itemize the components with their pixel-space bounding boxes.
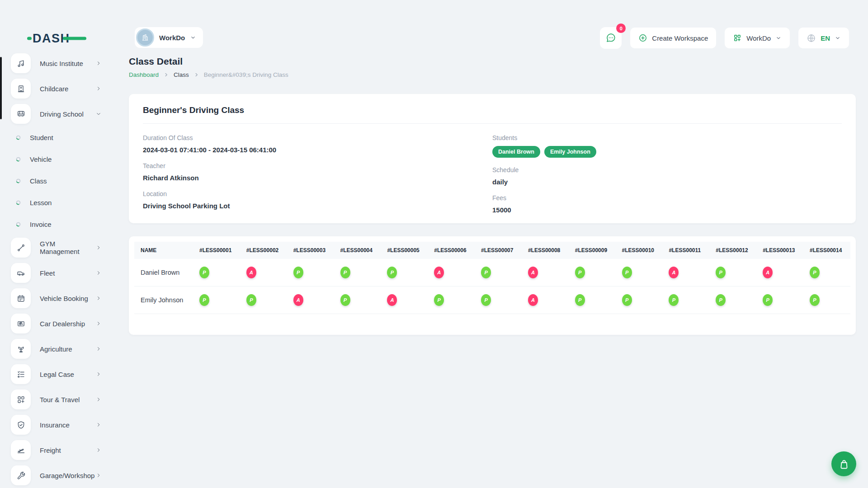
attendance-cell: P	[334, 286, 381, 314]
sidebar-item-label: Agriculture	[40, 345, 95, 353]
column-header-less00008: #LESS00008	[522, 242, 569, 259]
field-label: Location	[143, 190, 492, 197]
progress-ring-icon	[15, 221, 21, 227]
attendance-cell: A	[522, 259, 569, 286]
student-name-cell: Daniel Brown	[134, 259, 193, 286]
breadcrumb-item-beginner-039-s-driving-class: Beginner&#039;s Driving Class	[204, 71, 288, 78]
table-header: NAME#LESS00001#LESS00002#LESS00003#LESS0…	[134, 242, 850, 259]
messages-button[interactable]: 0	[600, 27, 622, 49]
fields-column-right: StudentsDaniel BrownEmily JohnsonSchedul…	[492, 134, 842, 222]
workdo-menu-button[interactable]: WorkDo	[725, 28, 790, 48]
sidebar-item-fleet[interactable]: Fleet	[0, 260, 115, 286]
brand-logo[interactable]: DASH	[27, 32, 87, 47]
attendance-cell: P	[381, 259, 428, 286]
attendance-card: NAME#LESS00001#LESS00002#LESS00003#LESS0…	[129, 236, 856, 335]
sidebar-subitem-label: Class	[30, 177, 47, 185]
student-badge-emily-johnson: Emily Johnson	[544, 146, 596, 158]
sidebar-item-label: Music Institute	[40, 60, 95, 67]
chevron-down-icon	[775, 35, 782, 41]
sidebar-item-freight[interactable]: Freight	[0, 437, 115, 463]
sidebar-item-label: Childcare	[40, 85, 95, 93]
attendance-cell: P	[287, 259, 334, 286]
attendance-cell: P	[756, 286, 803, 314]
sidebar-item-insurance[interactable]: Insurance	[0, 412, 115, 437]
column-header-less00004: #LESS00004	[334, 242, 381, 259]
chevron-right-icon	[95, 422, 102, 428]
sidebar-item-driving-school[interactable]: Driving School	[0, 101, 115, 127]
sidebar: DASH Music InstituteChildcareDriving Sch…	[0, 0, 115, 488]
attendance-cell: A	[428, 259, 475, 286]
attendance-cell: P	[709, 286, 756, 314]
absent-badge: A	[387, 294, 397, 306]
sidebar-item-garage-workshop[interactable]: Garage/Workshop	[0, 463, 115, 488]
breadcrumb-separator-icon	[164, 72, 169, 77]
present-badge: P	[622, 267, 632, 278]
column-header-less00009: #LESS00009	[569, 242, 616, 259]
workspace-avatar	[136, 28, 154, 47]
chevron-down-icon	[835, 35, 841, 41]
insurance-icon	[11, 415, 31, 435]
field-teacher: TeacherRichard Atkinson	[143, 162, 492, 182]
absent-badge: A	[293, 294, 303, 306]
chat-icon	[605, 33, 616, 43]
sidebar-item-label: Driving School	[40, 110, 95, 118]
attendance-cell: P	[569, 286, 616, 314]
car-dealership-icon	[11, 314, 31, 333]
topbar-actions: 0 Create Workspace WorkDo	[600, 27, 849, 49]
store-fab-button[interactable]	[831, 451, 856, 476]
field-value: 2024-03-01 07:41:00 - 2024-03-15 06:41:0…	[143, 146, 492, 154]
present-badge: P	[810, 294, 820, 306]
create-workspace-button[interactable]: Create Workspace	[630, 28, 716, 48]
sidebar-item-agriculture[interactable]: Agriculture	[0, 336, 115, 361]
sidebar-item-childcare[interactable]: Childcare	[0, 76, 115, 101]
create-workspace-label: Create Workspace	[652, 34, 708, 42]
present-badge: P	[716, 267, 726, 278]
sidebar-item-legal-case[interactable]: Legal Case	[0, 361, 115, 387]
sidebar-menu: Music InstituteChildcareDriving SchoolSt…	[0, 51, 115, 488]
sidebar-subitem-student[interactable]: Student	[0, 127, 115, 148]
present-badge: P	[293, 267, 303, 278]
topbar: WorkDo 0	[115, 0, 868, 49]
attendance-cell: A	[522, 286, 569, 314]
sidebar-item-vehicle-booking[interactable]: Vehicle Booking	[0, 286, 115, 311]
present-badge: P	[575, 294, 585, 306]
field-duration-of-class: Duration Of Class2024-03-01 07:41:00 - 2…	[143, 134, 492, 154]
field-location: LocationDriving School Parking Lot	[143, 190, 492, 210]
present-badge: P	[575, 267, 585, 278]
language-selector[interactable]: EN	[798, 28, 849, 48]
progress-ring-icon	[15, 156, 21, 162]
attendance-cell: A	[756, 259, 803, 286]
fields-column-left: Duration Of Class2024-03-01 07:41:00 - 2…	[143, 134, 492, 222]
field-label: Duration Of Class	[143, 134, 492, 141]
present-badge: P	[387, 267, 397, 278]
breadcrumb-item-dashboard[interactable]: Dashboard	[129, 71, 159, 78]
column-header-less00014: #LESS00014	[803, 242, 850, 259]
absent-badge: A	[528, 294, 538, 306]
column-header-less00011: #LESS00011	[662, 242, 709, 259]
field-schedule: Scheduledaily	[492, 166, 842, 186]
tour-icon	[11, 389, 31, 409]
sidebar-item-label: Tour & Travel	[40, 396, 95, 404]
sidebar-subitem-class[interactable]: Class	[0, 170, 115, 192]
sidebar-item-gym-management[interactable]: GYM Management	[0, 235, 115, 260]
sidebar-subitem-invoice[interactable]: Invoice	[0, 213, 115, 235]
field-label: Teacher	[143, 162, 492, 169]
progress-ring-icon	[15, 178, 21, 184]
attendance-cell: P	[662, 286, 709, 314]
sidebar-subitem-lesson[interactable]: Lesson	[0, 192, 115, 213]
attendance-cell: P	[616, 286, 663, 314]
sidebar-subitem-vehicle[interactable]: Vehicle	[0, 148, 115, 170]
freight-icon	[11, 440, 31, 460]
sidebar-item-car-dealership[interactable]: Car Dealership	[0, 311, 115, 336]
present-badge: P	[810, 267, 820, 278]
workspace-selector[interactable]: WorkDo	[135, 27, 203, 48]
sidebar-item-music-institute[interactable]: Music Institute	[0, 51, 115, 76]
column-header-less00007: #LESS00007	[475, 242, 522, 259]
present-badge: P	[199, 294, 209, 306]
column-header-less00005: #LESS00005	[381, 242, 428, 259]
attendance-cell: P	[475, 259, 522, 286]
building-icon	[140, 33, 150, 42]
sidebar-item-tour-travel[interactable]: Tour & Travel	[0, 387, 115, 412]
progress-ring-icon	[15, 200, 21, 206]
chevron-right-icon	[95, 244, 102, 251]
